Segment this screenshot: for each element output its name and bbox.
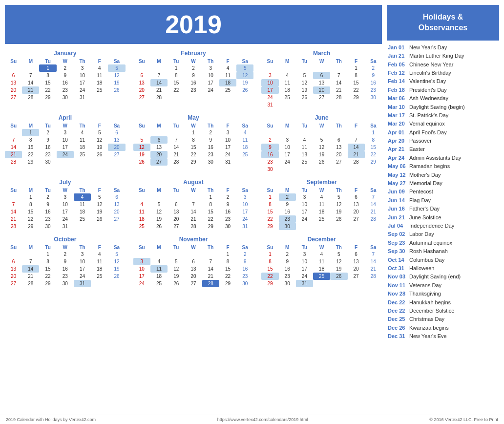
- calendar-day: 7: [150, 72, 168, 79]
- day-header: Tu: [168, 123, 185, 129]
- holiday-date: Oct 31: [388, 265, 407, 272]
- month-february: FebruarySuMTuWThFSa123456789101112131415…: [133, 50, 254, 108]
- calendar-day: 2: [219, 193, 236, 201]
- calendar-day: [108, 280, 125, 287]
- calendar-day: 17: [74, 265, 91, 273]
- calendar-day: 21: [5, 215, 22, 223]
- calendar-day: 31: [296, 280, 313, 287]
- holiday-item: Feb 14Valentine's Day: [387, 77, 499, 85]
- holiday-date: Mar 06: [388, 95, 407, 102]
- holiday-name: Hanukkah begins: [409, 299, 451, 306]
- calendar-day: [330, 101, 347, 108]
- day-header: Tu: [168, 187, 185, 193]
- calendar-day: 29: [348, 94, 365, 101]
- holiday-item: May 27Memorial Day: [387, 179, 499, 188]
- calendar-day: 19: [330, 265, 347, 273]
- calendar-day: 21: [168, 151, 185, 158]
- holiday-date: Jan 21: [388, 52, 407, 60]
- calendar-day: 14: [22, 79, 39, 86]
- day-header: M: [22, 187, 39, 193]
- holiday-name: Rosh Hashanah: [409, 248, 448, 255]
- calendar-day: 11: [91, 72, 108, 79]
- calendar-day: 14: [168, 144, 185, 151]
- holiday-item: Feb 12Lincoln's Birthday: [387, 69, 499, 77]
- calendar-day: 29: [22, 158, 39, 166]
- calendar-day: [348, 101, 365, 108]
- calendar-day: 8: [365, 136, 382, 144]
- calendar-day: 21: [365, 265, 382, 273]
- calendar-day: 8: [22, 136, 39, 144]
- calendar-day: [261, 129, 278, 136]
- calendar-day: [91, 94, 108, 101]
- calendar-day: 31: [219, 158, 236, 166]
- day-header: W: [313, 123, 330, 129]
- calendar-day: 12: [133, 144, 150, 151]
- calendar-day: 23: [236, 273, 253, 280]
- calendar-day: 29: [39, 94, 56, 101]
- calendar-day: 22: [202, 215, 219, 223]
- holiday-list: Jan 01New Year's DayJan 21Martin Luther …: [387, 43, 499, 341]
- calendar-day: 19: [330, 208, 347, 215]
- holiday-date: Sep 30: [388, 248, 407, 255]
- calendar-day: [74, 158, 91, 166]
- calendar-day: 13: [348, 201, 365, 208]
- calendar-day: 12: [91, 201, 108, 208]
- calendar-day: 22: [365, 151, 382, 158]
- holiday-name: June Solstice: [409, 214, 441, 221]
- day-header: Su: [5, 123, 22, 129]
- day-header: W: [57, 244, 74, 251]
- calendar-day: 13: [5, 265, 22, 273]
- holiday-date: Dec 31: [388, 333, 407, 340]
- calendar-day: 29: [39, 280, 56, 287]
- day-header: Su: [133, 58, 150, 64]
- day-header: Su: [261, 187, 278, 193]
- calendar-day: 27: [133, 94, 150, 101]
- calendar-day: 23: [185, 86, 202, 94]
- day-header: Tu: [168, 244, 185, 251]
- month-october: OctoberSuMTuWThFSa1234567891011121314151…: [5, 236, 126, 287]
- calendar-day: 9: [279, 201, 296, 208]
- calendar-day: 24: [261, 94, 278, 101]
- holiday-item: Nov 28Thanksgiving: [387, 290, 499, 298]
- day-header: Tu: [296, 244, 313, 251]
- holiday-item: Jun 21June Solstice: [387, 213, 499, 222]
- calendar-day: 25: [296, 158, 313, 166]
- holiday-name: President's Day: [409, 86, 447, 94]
- calendar-day: 11: [74, 136, 91, 144]
- calendar-day: 9: [39, 136, 56, 144]
- day-header: Su: [133, 244, 150, 251]
- calendar-day: [348, 280, 365, 287]
- holiday-item: Sep 30Rosh Hashanah: [387, 247, 499, 255]
- calendar-day: 16: [39, 208, 56, 215]
- footer-right: © 2016 Vertex42 LLC. Free to Print: [429, 417, 498, 422]
- footer-left: 2019 Calendar with Holidays by Vertex42.…: [6, 417, 96, 422]
- calendar-day: 15: [202, 208, 219, 215]
- calendar-day: 15: [168, 79, 185, 86]
- calendar-day: 6: [185, 258, 202, 265]
- calendar-day: 21: [348, 151, 365, 158]
- holiday-date: Apr 01: [388, 129, 407, 136]
- calendar-day: 15: [261, 208, 278, 215]
- holiday-name: Veterans Day: [409, 282, 441, 289]
- calendar-day: 26: [108, 86, 125, 94]
- calendar-day: 18: [91, 265, 108, 273]
- day-header: F: [91, 123, 108, 129]
- day-header: Th: [330, 58, 347, 64]
- calendar-day: 4: [236, 129, 253, 136]
- holiday-date: Mar 20: [388, 120, 407, 127]
- calendar-day: 1: [261, 251, 278, 258]
- calendar-day: [74, 223, 91, 230]
- day-header: M: [279, 187, 296, 193]
- calendar-day: [133, 64, 150, 72]
- calendar-day: 27: [108, 151, 125, 158]
- day-header: Su: [5, 187, 22, 193]
- calendar-day: 15: [22, 144, 39, 151]
- calendar-day: 1: [261, 193, 278, 201]
- calendar-day: 26: [91, 215, 108, 223]
- holiday-name: Daylight Saving (begin): [409, 104, 465, 111]
- day-header: Su: [261, 244, 278, 251]
- calendar-day: 30: [261, 166, 278, 173]
- calendar-day: 16: [57, 265, 74, 273]
- calendar-day: 28: [365, 273, 382, 280]
- calendar-day: 8: [202, 201, 219, 208]
